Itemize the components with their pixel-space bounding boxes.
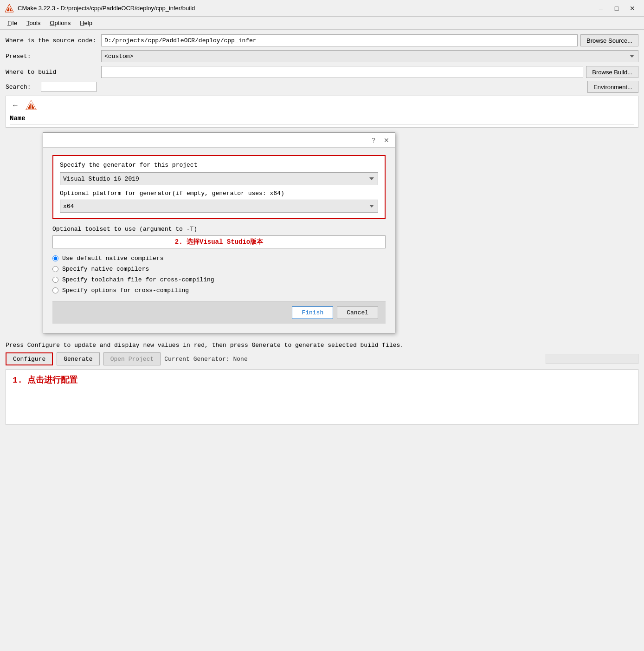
generator-box-title: Specify the generator for this project — [60, 162, 378, 169]
radio-specify-native[interactable]: Specify native compilers — [52, 266, 386, 273]
source-label: Where is the source code: — [6, 37, 98, 44]
where-to-build-label: Where to build — [6, 69, 98, 76]
search-input[interactable] — [41, 82, 97, 92]
dialog-close-button[interactable]: ✕ — [381, 135, 392, 145]
radio-default-native[interactable]: Use default native compilers — [52, 255, 386, 262]
radio-specify-toolchain[interactable]: Specify toolchain file for cross-compili… — [52, 276, 386, 283]
generator-dialog: ? ✕ Specify the generator for this proje… — [43, 132, 395, 333]
open-project-button[interactable]: Open Project — [103, 352, 161, 365]
dialog-title-bar: ? ✕ — [43, 133, 395, 148]
toolset-section: Optional toolset to use (argument to -T)… — [52, 226, 386, 248]
bottom-area: Press Configure to update and display ne… — [0, 338, 644, 428]
output-box: 1. 点击进行配置 — [6, 369, 638, 425]
cmake-logo-icon — [25, 99, 38, 112]
generator-select[interactable]: Visual Studio 16 2019 Visual Studio 17 2… — [60, 172, 378, 185]
minimize-button[interactable]: – — [594, 3, 608, 14]
radio-default-native-label: Use default native compilers — [62, 255, 163, 262]
close-button[interactable]: ✕ — [625, 3, 639, 14]
generator-box: Specify the generator for this project V… — [52, 155, 386, 219]
toolset-input-wrapper: 2. 选择Visual Studio版本 — [52, 235, 386, 248]
platform-label: Optional platform for generator(if empty… — [60, 190, 378, 197]
radio-specify-native-label: Specify native compilers — [62, 266, 149, 273]
dialog-body: Specify the generator for this project V… — [43, 148, 395, 333]
radio-specify-cross-label: Specify options for cross-compiling — [62, 287, 189, 294]
compiler-radio-group: Use default native compilers Specify nat… — [52, 255, 386, 294]
dialog-title-icons: ? ✕ — [368, 135, 392, 145]
status-text: Press Configure to update and display ne… — [6, 342, 638, 349]
where-to-build-input[interactable] — [101, 66, 583, 78]
radio-specify-cross-input[interactable] — [52, 287, 58, 293]
platform-select[interactable]: x64 x86 ARM ARM64 — [60, 200, 378, 213]
menu-options[interactable]: Options — [45, 18, 75, 28]
radio-specify-cross[interactable]: Specify options for cross-compiling — [52, 287, 386, 294]
radio-specify-toolchain-input[interactable] — [52, 277, 58, 283]
browse-source-button[interactable]: Browse Source... — [580, 34, 638, 46]
main-content: Where is the source code: Browse Source.… — [0, 30, 644, 338]
preset-label: Preset: — [6, 53, 98, 60]
back-button[interactable]: ← — [10, 100, 21, 111]
bottom-buttons: Configure Generate Open Project Current … — [6, 352, 638, 365]
preset-select[interactable]: <custom> — [101, 50, 638, 62]
cmake-icon — [5, 4, 14, 13]
current-generator-text: Current Generator: None — [164, 356, 247, 363]
menu-help[interactable]: Help — [75, 18, 97, 28]
search-label: Search: — [6, 84, 38, 91]
dialog-footer: Finish Cancel — [52, 301, 386, 324]
source-input[interactable] — [101, 34, 578, 46]
configure-button[interactable]: Configure — [6, 352, 53, 365]
title-bar-controls: – □ ✕ — [594, 3, 639, 14]
finish-button[interactable]: Finish — [292, 306, 333, 319]
name-header: Name — [10, 115, 634, 124]
maximize-button[interactable]: □ — [610, 3, 624, 14]
cancel-button[interactable]: Cancel — [337, 306, 378, 319]
title-bar: CMake 3.22.3 - D:/projects/cpp/PaddleOCR… — [0, 0, 644, 17]
menu-tools[interactable]: Tools — [22, 18, 45, 28]
menu-bar: File Tools Options Help — [0, 17, 644, 30]
radio-specify-toolchain-label: Specify toolchain file for cross-compili… — [62, 276, 214, 283]
progress-input — [546, 354, 638, 364]
dialog-help-button[interactable]: ? — [368, 135, 379, 145]
browse-build-button[interactable]: Browse Build... — [586, 66, 638, 78]
toolset-label: Optional toolset to use (argument to -T) — [52, 226, 386, 233]
radio-default-native-input[interactable] — [52, 255, 58, 261]
menu-file[interactable]: File — [3, 18, 22, 28]
output-annotation: 1. 点击进行配置 — [13, 374, 631, 385]
generate-button[interactable]: Generate — [57, 352, 99, 365]
radio-specify-native-input[interactable] — [52, 266, 58, 272]
toolset-input[interactable] — [52, 235, 386, 248]
title-bar-title: CMake 3.22.3 - D:/projects/cpp/PaddleOCR… — [18, 5, 195, 12]
environment-button[interactable]: Environment... — [587, 81, 638, 93]
title-bar-left: CMake 3.22.3 - D:/projects/cpp/PaddleOCR… — [5, 4, 195, 13]
